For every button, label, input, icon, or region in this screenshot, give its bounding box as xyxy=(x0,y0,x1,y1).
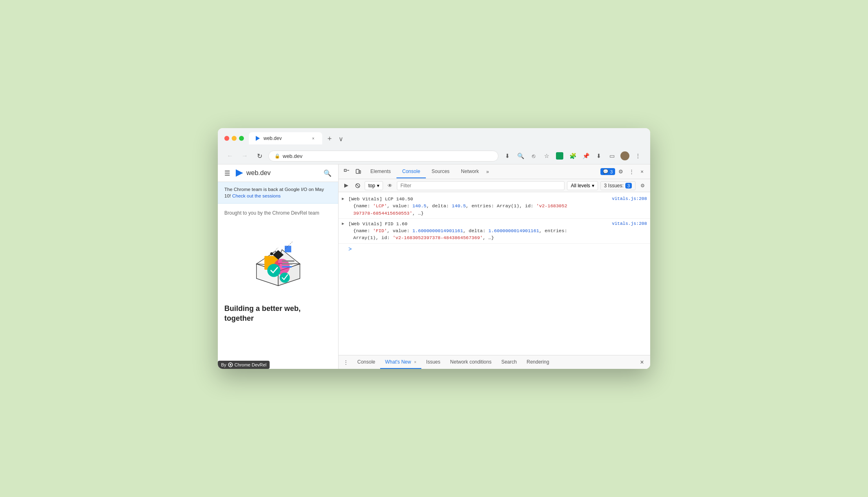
entry-header-fid: [Web Vitals] FID 1.60 xyxy=(348,220,647,227)
announcement-bar: The Chrome team is back at Google I/O on… xyxy=(218,182,338,204)
device-mode-button[interactable] xyxy=(353,167,363,177)
screen-mirror-icon[interactable]: ⬇ xyxy=(593,150,604,162)
execute-button[interactable] xyxy=(342,181,351,190)
url-text: web.dev xyxy=(283,153,492,159)
close-window-button[interactable] xyxy=(224,136,229,141)
bottom-tab-search[interactable]: Search xyxy=(496,356,522,369)
svg-rect-21 xyxy=(344,169,346,171)
svg-rect-12 xyxy=(281,263,292,265)
forward-button[interactable]: → xyxy=(239,150,250,162)
entry-detail-lcp: {name: 'LCP', value: 140.5, delta: 140.5… xyxy=(353,202,647,209)
console-settings-button[interactable]: ⚙ xyxy=(638,181,647,190)
cast-icon[interactable]: 📌 xyxy=(580,150,591,162)
tab-close-button[interactable]: × xyxy=(310,135,317,142)
extensions-icon[interactable]: 🧩 xyxy=(567,150,578,162)
title-bar: web.dev × + ∨ xyxy=(218,128,650,148)
minimize-window-button[interactable] xyxy=(232,136,237,141)
window-controls-row: web.dev × + ∨ xyxy=(224,132,644,144)
console-filter-input[interactable] xyxy=(397,181,565,190)
announcement-link[interactable]: Check out the sessions xyxy=(232,193,281,198)
browser-toolbar-icons: ⬇ 🔍 ⎋ ☆ 🧩 📌 ⬇ ▭ ⋮ xyxy=(502,150,644,162)
page-heading-text: Building a better web, together xyxy=(224,304,301,322)
download-icon[interactable]: ⬇ xyxy=(502,150,513,162)
share-icon[interactable]: ⎋ xyxy=(528,150,539,162)
profile-avatar xyxy=(620,151,629,160)
entry-source-fid[interactable]: vitals.js:208 xyxy=(612,220,647,227)
show-live-expression-button[interactable]: 👁 xyxy=(385,181,394,190)
green-extension-icon[interactable] xyxy=(554,150,565,162)
console-output: ▶ vitals.js:208 [Web Vitals] LCP 140.50 … xyxy=(339,192,650,355)
block-requests-button[interactable] xyxy=(353,181,362,190)
bottom-tab-rendering[interactable]: Rendering xyxy=(522,356,554,369)
browser-tab[interactable]: web.dev × xyxy=(249,132,322,144)
tab-sources[interactable]: Sources xyxy=(426,165,455,178)
svg-point-14 xyxy=(267,264,280,277)
svg-line-27 xyxy=(356,184,359,187)
svg-rect-24 xyxy=(359,171,361,173)
tab-title: web.dev xyxy=(264,135,308,141)
svg-rect-9 xyxy=(285,246,291,253)
entry-source-lcp[interactable]: vitals.js:208 xyxy=(612,195,647,202)
log-level-dropdown[interactable]: All levels ▾ xyxy=(567,181,598,190)
page-header: ☰ web.dev 🔍 xyxy=(218,164,338,182)
more-bottom-tabs-icon[interactable]: ⋮ xyxy=(342,356,350,368)
expand-icon-lcp[interactable]: ▶ xyxy=(342,196,344,202)
webdev-logo: web.dev xyxy=(235,169,271,178)
svg-rect-13 xyxy=(281,266,292,268)
profile-icon[interactable] xyxy=(619,150,631,162)
svg-rect-23 xyxy=(356,169,359,173)
back-button[interactable]: ← xyxy=(224,150,236,162)
whats-new-label: What's New xyxy=(385,359,411,365)
svg-point-15 xyxy=(279,273,290,283)
footer-text-area: Building a better web, together xyxy=(218,304,338,326)
console-cursor[interactable]: > xyxy=(339,244,650,255)
devtools-more-options-button[interactable]: ⋮ xyxy=(627,167,636,177)
menu-icon[interactable]: ⋮ xyxy=(632,150,644,162)
svg-rect-11 xyxy=(281,260,294,262)
devtools-settings-button[interactable]: ⚙ xyxy=(616,167,626,177)
bottom-tab-whats-new[interactable]: What's New × xyxy=(380,356,421,369)
search-icon[interactable]: 🔍 xyxy=(323,169,332,177)
expand-icon-fid[interactable]: ▶ xyxy=(342,221,344,227)
close-bottom-panel-button[interactable]: × xyxy=(637,357,647,367)
reload-button[interactable]: ↻ xyxy=(254,150,265,162)
tab-network[interactable]: Network xyxy=(455,165,485,178)
devtools-bottom-tabs: ⋮ Console What's New × Issues Network co… xyxy=(339,355,650,369)
bottom-tab-network-conditions[interactable]: Network conditions xyxy=(445,356,496,369)
bottom-tab-issues[interactable]: Issues xyxy=(421,356,445,369)
issues-chat-badge[interactable]: 💬 3 xyxy=(600,168,615,175)
page-heading: Building a better web, together xyxy=(224,304,332,323)
devtools-right-icons: 💬 3 ⚙ ⋮ × xyxy=(600,167,647,177)
chrome-icon xyxy=(228,362,233,367)
tabs-row: web.dev × + ∨ xyxy=(249,132,347,144)
zoom-icon[interactable]: 🔍 xyxy=(515,150,526,162)
main-content: ☰ web.dev 🔍 The Chrome team is back at G… xyxy=(218,164,650,369)
devtools-close-button[interactable]: × xyxy=(637,167,647,177)
minimize-icon[interactable]: ∨ xyxy=(335,133,347,144)
tab-favicon xyxy=(255,135,261,142)
green-square xyxy=(556,152,563,160)
log-level-arrow: ▾ xyxy=(592,183,594,189)
tab-console[interactable]: Console xyxy=(396,165,426,178)
hamburger-menu-button[interactable]: ☰ xyxy=(224,169,230,177)
svg-point-16 xyxy=(270,253,273,255)
whats-new-close-button[interactable]: × xyxy=(414,360,416,364)
maximize-window-button[interactable] xyxy=(239,136,244,141)
bookmark-icon[interactable]: ☆ xyxy=(541,150,552,162)
devtools-tabs: Elements Console Sources Network » xyxy=(365,165,599,178)
context-dropdown[interactable]: top ▾ xyxy=(365,181,383,190)
split-screen-icon[interactable]: ▭ xyxy=(606,150,618,162)
more-tabs-icon[interactable]: » xyxy=(485,166,491,178)
chat-icon: 💬 xyxy=(603,169,609,174)
new-tab-button[interactable]: + xyxy=(324,133,335,144)
by-chrome-devrel-badge: By Chrome DevRel xyxy=(218,361,270,369)
svg-marker-0 xyxy=(256,136,260,141)
devtools-panel: Elements Console Sources Network » 💬 3 ⚙… xyxy=(338,164,650,369)
url-bar[interactable]: 🔒 web.dev xyxy=(268,151,498,162)
issues-counter-button[interactable]: 3 Issues: 3 xyxy=(600,181,636,190)
inspect-element-button[interactable] xyxy=(342,167,352,177)
hero-illustration xyxy=(241,224,315,289)
browser-window: web.dev × + ∨ ← → ↻ 🔒 web.dev ⬇ 🔍 ⎋ ☆ 🧩 xyxy=(218,128,650,369)
bottom-tab-console[interactable]: Console xyxy=(352,356,380,369)
tab-elements[interactable]: Elements xyxy=(365,165,396,178)
